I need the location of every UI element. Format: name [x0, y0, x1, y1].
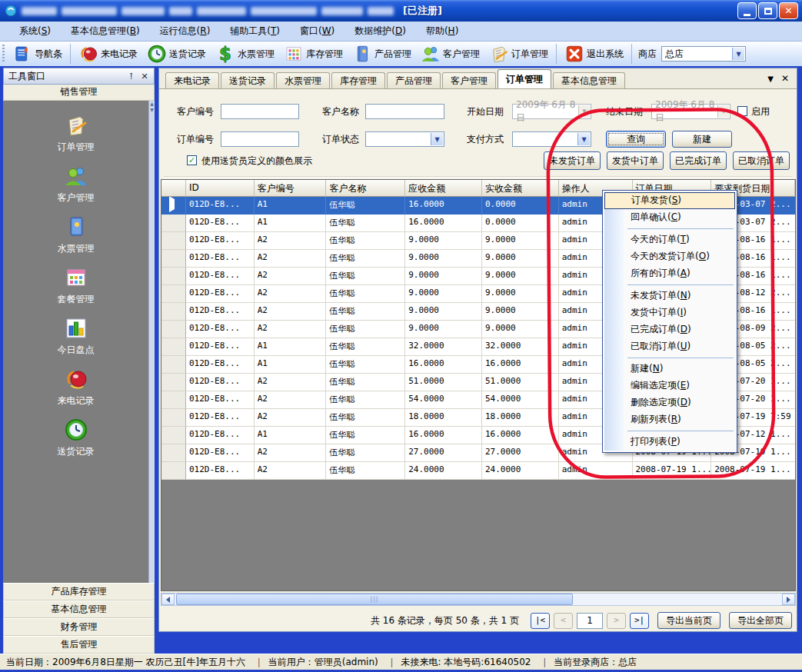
sidebar-item-套餐管理[interactable]: 套餐管理	[58, 265, 95, 306]
table-row[interactable]: 012D-E8...A2伍华聪24.000024.0000admin2008-0…	[161, 462, 795, 480]
pay-method-combobox[interactable]: ▼	[512, 131, 591, 147]
tool-window-close-icon[interactable]: ✕	[138, 72, 151, 82]
context-menu-item-今天的发货订单[interactable]: 今天的发货订单(O)	[604, 248, 735, 265]
filter-button-未发货订单[interactable]: 未发货订单	[544, 151, 601, 170]
scroll-left-icon[interactable]	[161, 594, 175, 605]
sidebar-item-客户管理[interactable]: 客户管理	[58, 164, 95, 205]
column-header-实收金额[interactable]: 实收金额	[482, 180, 559, 197]
sidebar-item-来电记录[interactable]: 来电记录	[58, 367, 95, 408]
first-page-button[interactable]: |<	[531, 613, 550, 629]
shop-combobox[interactable]: 总店 ▼	[661, 46, 746, 62]
tab-送货记录[interactable]: 送货记录	[221, 72, 275, 88]
sidebar-section-售后管理[interactable]: 售后管理	[3, 636, 155, 654]
chevron-down-icon[interactable]: ▼	[732, 48, 744, 60]
chevron-down-icon[interactable]: ▼	[431, 133, 443, 145]
menubar-item-1[interactable]: 系统(S)	[9, 22, 61, 41]
toolbar-button-delivery-clock[interactable]: 送货记录	[142, 42, 211, 65]
row-selector-cell[interactable]	[161, 409, 186, 427]
tab-客户管理[interactable]: 客户管理	[442, 72, 496, 88]
start-date-picker[interactable]: 2009年 6月 8日 ▼	[512, 104, 591, 119]
context-menu-item-已取消订单[interactable]: 已取消订单(U)	[604, 338, 735, 355]
prev-page-button[interactable]: <	[554, 613, 573, 629]
row-selector-cell[interactable]	[161, 338, 186, 356]
toolbar-button-water-ticket[interactable]: $水票管理	[211, 42, 279, 65]
toolbar-button-product-book[interactable]: 产品管理	[348, 42, 416, 65]
context-menu-item-所有的订单[interactable]: 所有的订单(A)	[604, 265, 735, 282]
row-selector-cell[interactable]	[161, 321, 186, 338]
enable-checkbox[interactable]	[737, 106, 747, 116]
toolbar-button-exit[interactable]: 退出系统	[560, 42, 628, 65]
sidebar-scrollbar[interactable]: ▲▼	[148, 101, 155, 583]
filter-button-发货中订单[interactable]: 发货中订单	[607, 151, 664, 170]
toolbar-button-inventory-grid[interactable]: 库存管理	[279, 42, 348, 65]
toolbar-button-incoming-call[interactable]: 来电记录	[74, 42, 142, 65]
scrollbar-thumb[interactable]: |||	[176, 594, 573, 605]
scroll-right-icon[interactable]	[782, 594, 795, 605]
row-selector-cell[interactable]	[161, 374, 186, 391]
order-no-input[interactable]	[221, 131, 299, 147]
filter-button-已完成订单[interactable]: 已完成订单	[670, 151, 727, 170]
context-menu-item-回单确认[interactable]: 回单确认(C)	[604, 209, 735, 226]
export-all-pages-button[interactable]: 导出全部页	[729, 612, 792, 629]
chevron-down-icon[interactable]: ▼	[577, 133, 590, 145]
row-selector-cell[interactable]	[161, 444, 186, 462]
menubar-item-5[interactable]: 窗口(W)	[290, 22, 344, 41]
sidebar-section-财务管理[interactable]: 财务管理	[3, 618, 155, 636]
sidebar-section-产品库存管理[interactable]: 产品库存管理	[3, 583, 155, 600]
tab-水票管理[interactable]: 水票管理	[276, 72, 330, 88]
tab-close-icon[interactable]: ✕	[781, 73, 789, 84]
column-header-selector[interactable]	[161, 180, 186, 197]
tab-订单管理[interactable]: 订单管理	[498, 69, 551, 88]
menubar-item-7[interactable]: 帮助(H)	[416, 22, 468, 41]
toolbar-button-navigator-book[interactable]: 导航条	[8, 42, 67, 65]
page-number-input[interactable]	[577, 613, 603, 629]
toolbar-button-order[interactable]: 订单管理	[484, 42, 553, 65]
row-selector-cell[interactable]	[161, 215, 186, 232]
row-selector-cell[interactable]	[161, 285, 186, 303]
column-header-客户编号[interactable]: 客户编号	[255, 180, 327, 197]
context-menu-item-已完成订单[interactable]: 已完成订单(D)	[604, 321, 735, 338]
query-button[interactable]: 查询	[606, 131, 666, 148]
order-status-combobox[interactable]: ▼	[365, 131, 444, 147]
toolbar-button-customer[interactable]: 客户管理	[416, 42, 484, 65]
menubar-item-3[interactable]: 运行信息(R)	[150, 22, 221, 41]
row-selector-cell[interactable]	[161, 232, 186, 250]
sidebar-item-送货记录[interactable]: 送货记录	[58, 418, 95, 458]
sidebar-item-订单管理[interactable]: 订单管理	[58, 113, 95, 154]
customer-no-input[interactable]	[221, 104, 299, 119]
tab-list-dropdown-icon[interactable]: ▼	[767, 75, 774, 83]
next-page-button[interactable]: >	[607, 613, 626, 629]
filter-button-已取消订单[interactable]: 已取消订单	[733, 151, 790, 170]
context-menu-item-未发货订单[interactable]: 未发货订单(N)	[604, 288, 735, 304]
row-selector-cell[interactable]	[161, 303, 186, 321]
last-page-button[interactable]: >|	[630, 613, 649, 629]
export-current-page-button[interactable]: 导出当前页	[657, 612, 720, 629]
row-selector-cell[interactable]	[161, 427, 186, 444]
column-header-客户名称[interactable]: 客户名称	[326, 180, 405, 197]
sidebar-item-今日盘点[interactable]: 今日盘点	[58, 316, 95, 357]
new-button[interactable]: 新建	[672, 131, 732, 148]
scrollbar-track[interactable]: |||	[175, 594, 782, 605]
row-selector-cell[interactable]	[161, 462, 186, 480]
row-selector-cell[interactable]	[161, 391, 186, 409]
context-menu-item-打印列表[interactable]: 打印列表(P)	[604, 434, 735, 451]
tab-基本信息管理[interactable]: 基本信息管理	[553, 72, 625, 88]
menubar-item-2[interactable]: 基本信息管理(B)	[61, 22, 150, 41]
end-date-picker[interactable]: 2009年 6月 8日 ▼	[651, 104, 730, 119]
context-menu-item-编辑选定项[interactable]: 编辑选定项(E)	[604, 378, 735, 394]
minimize-button[interactable]	[737, 2, 757, 19]
sidebar-item-水票管理[interactable]: 水票管理	[58, 215, 95, 255]
column-header-应收金额[interactable]: 应收金额	[405, 180, 482, 197]
menubar-item-4[interactable]: 辅助工具(T)	[220, 22, 290, 41]
row-selector-cell[interactable]	[161, 356, 186, 374]
context-menu-item-订单发货[interactable]: 订单发货(S)	[604, 192, 735, 209]
column-header-ID[interactable]: ID	[186, 180, 255, 197]
color-by-courier-checkbox[interactable]: ✓	[187, 155, 197, 165]
context-menu-item-删除选定项[interactable]: 删除选定项(D)	[604, 394, 735, 411]
context-menu-item-发货中订单[interactable]: 发货中订单(I)	[604, 304, 735, 321]
context-menu-item-新建[interactable]: 新建(N)	[604, 361, 735, 378]
context-menu-item-刷新列表[interactable]: 刷新列表(R)	[604, 411, 735, 428]
maximize-button[interactable]	[758, 2, 777, 19]
tab-产品管理[interactable]: 产品管理	[387, 72, 441, 88]
horizontal-scrollbar[interactable]: |||	[161, 593, 796, 606]
